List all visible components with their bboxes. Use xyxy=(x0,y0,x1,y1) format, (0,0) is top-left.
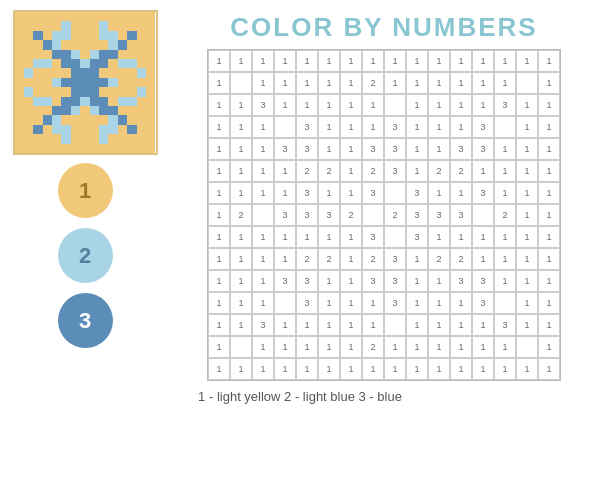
grid-cell: 3 xyxy=(428,204,450,226)
pixel-cell xyxy=(108,97,117,106)
grid-cell: 1 xyxy=(516,116,538,138)
grid-cell: 1 xyxy=(340,116,362,138)
grid-cell: 1 xyxy=(296,50,318,72)
grid-cell: 1 xyxy=(538,358,560,380)
grid-cell: 1 xyxy=(472,248,494,270)
grid-cell: 1 xyxy=(340,160,362,182)
pixel-cell xyxy=(127,40,136,49)
pixel-cell xyxy=(80,97,89,106)
grid-cell: 3 xyxy=(472,116,494,138)
grid-cell: 1 xyxy=(362,292,384,314)
pixel-cell xyxy=(52,144,61,153)
pixel-cell xyxy=(24,21,33,30)
grid-cell xyxy=(472,204,494,226)
grid-cell: 1 xyxy=(406,270,428,292)
pixel-cell xyxy=(108,50,117,59)
pixel-cell xyxy=(61,125,70,134)
grid-cell: 3 xyxy=(384,270,406,292)
grid-cell xyxy=(494,292,516,314)
grid-cell: 1 xyxy=(340,292,362,314)
pixel-cell xyxy=(80,87,89,96)
grid-cell: 1 xyxy=(472,160,494,182)
legend-number-3: 3 xyxy=(79,308,91,334)
pixel-cell xyxy=(71,59,80,68)
grid-cell: 1 xyxy=(538,182,560,204)
grid-cell: 1 xyxy=(208,270,230,292)
pixel-cell xyxy=(24,115,33,124)
pixel-cell xyxy=(43,21,52,30)
pixel-cell xyxy=(80,68,89,77)
pixel-cell xyxy=(61,144,70,153)
pixel-cell xyxy=(118,78,127,87)
grid-cell: 1 xyxy=(340,336,362,358)
pixel-cell xyxy=(24,59,33,68)
pixel-cell xyxy=(43,87,52,96)
footer-legend: 1 - light yellow 2 - light blue 3 - blue xyxy=(198,389,402,404)
pixel-cell xyxy=(108,21,117,30)
pixel-cell xyxy=(108,134,117,143)
grid-cell: 1 xyxy=(384,336,406,358)
grid-cell: 1 xyxy=(516,358,538,380)
grid-cell: 1 xyxy=(362,94,384,116)
pixel-cell xyxy=(43,125,52,134)
grid-cell: 3 xyxy=(450,138,472,160)
grid-cell: 1 xyxy=(230,182,252,204)
pixel-cell xyxy=(24,50,33,59)
grid-cell: 1 xyxy=(538,336,560,358)
grid-cell: 1 xyxy=(494,248,516,270)
grid-cell: 1 xyxy=(428,182,450,204)
pixel-cell xyxy=(33,144,42,153)
grid-cell: 1 xyxy=(362,116,384,138)
grid-cell: 3 xyxy=(494,94,516,116)
grid-cell: 3 xyxy=(296,204,318,226)
pixel-cell xyxy=(33,106,42,115)
pixel-cell xyxy=(52,40,61,49)
pixel-cell xyxy=(43,59,52,68)
grid-cell: 3 xyxy=(406,204,428,226)
pixel-cell xyxy=(24,12,33,21)
pixel-cell xyxy=(99,115,108,124)
pixel-cell xyxy=(33,87,42,96)
grid-cell: 1 xyxy=(516,50,538,72)
pixel-cell xyxy=(146,106,155,115)
grid-cell: 1 xyxy=(230,226,252,248)
grid-cell: 1 xyxy=(230,94,252,116)
pixel-cell xyxy=(43,78,52,87)
pixel-cell xyxy=(43,50,52,59)
grid-cell: 1 xyxy=(230,138,252,160)
pixel-cell xyxy=(118,31,127,40)
pixel-cell xyxy=(80,31,89,40)
pixel-cell xyxy=(61,40,70,49)
pixel-cell xyxy=(33,115,42,124)
legend-circle-1: 1 xyxy=(58,163,113,218)
pixel-cell xyxy=(15,144,24,153)
grid-cell: 1 xyxy=(318,94,340,116)
grid-cell: 1 xyxy=(230,358,252,380)
grid-cell: 1 xyxy=(428,116,450,138)
grid-cell: 1 xyxy=(450,336,472,358)
grid-cell: 1 xyxy=(230,50,252,72)
pixel-cell xyxy=(33,21,42,30)
grid-cell: 1 xyxy=(516,248,538,270)
grid-cell: 1 xyxy=(538,72,560,94)
pixel-cell xyxy=(43,134,52,143)
grid-cell: 1 xyxy=(274,160,296,182)
pixel-cell xyxy=(90,12,99,21)
pixel-cell xyxy=(33,78,42,87)
grid-cell: 1 xyxy=(252,138,274,160)
grid-cell: 2 xyxy=(362,248,384,270)
grid-cell: 1 xyxy=(340,72,362,94)
pixel-cell xyxy=(146,144,155,153)
pixel-cell xyxy=(43,40,52,49)
pixel-cell xyxy=(80,21,89,30)
pixel-cell xyxy=(33,40,42,49)
grid-cell: 1 xyxy=(252,336,274,358)
grid-cell: 1 xyxy=(384,50,406,72)
grid-cell: 3 xyxy=(362,226,384,248)
grid-cell: 1 xyxy=(428,358,450,380)
pixel-cell xyxy=(61,68,70,77)
grid-cell: 3 xyxy=(494,314,516,336)
pixel-cell xyxy=(137,12,146,21)
legend-circle-2: 2 xyxy=(58,228,113,283)
pixel-cell xyxy=(127,31,136,40)
